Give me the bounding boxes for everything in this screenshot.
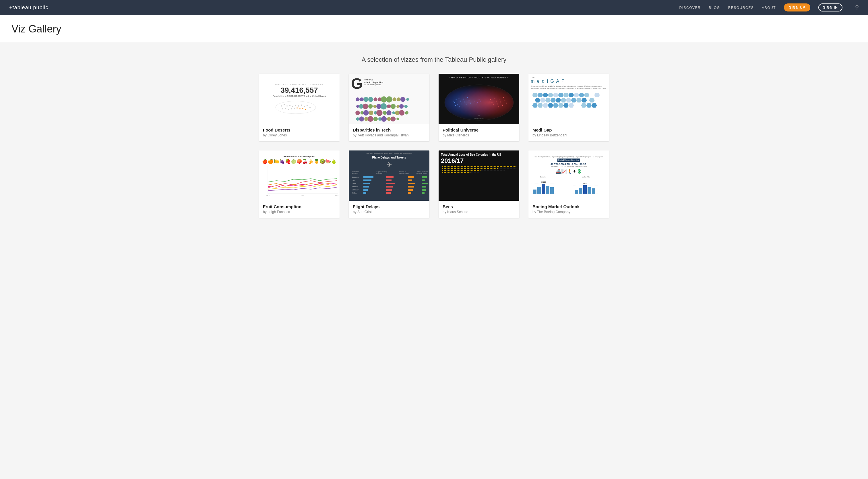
svg-rect-222 [487,166,488,167]
svg-rect-236 [507,166,508,167]
svg-rect-347 [454,172,455,173]
svg-rect-175 [386,186,393,187]
svg-rect-224 [490,166,491,167]
svg-marker-132 [532,103,538,108]
svg-marker-141 [586,103,592,108]
svg-rect-288 [507,168,508,169]
viz-thumb-medigap: the m e d i G A P Once you turn 65 you q… [528,74,609,124]
svg-point-19 [302,108,303,109]
fruit-title: American Fruit Consumption [283,155,315,158]
svg-rect-201 [457,166,458,167]
svg-point-88 [491,102,492,103]
logo[interactable]: +tableau public [9,5,679,11]
viz-card-medigap[interactable]: the m e d i G A P Once you turn 65 you q… [528,74,609,141]
svg-rect-229 [497,166,498,167]
svg-point-86 [459,107,460,108]
svg-text:American: American [352,186,358,187]
signin-button[interactable]: SIGN IN [818,3,842,11]
svg-rect-368 [537,187,541,194]
svg-rect-318 [475,170,476,171]
viz-info-bees: Bees by Klaus Schulte [439,201,519,218]
svg-rect-280 [495,168,496,169]
svg-rect-331 [494,170,495,171]
svg-point-9 [304,106,305,107]
viz-card-bees[interactable]: Total Annual Loss of Bee Colonies in the… [439,150,519,218]
svg-rect-227 [494,166,495,167]
viz-info-medigap: Medi Gap by Lindsay Betzendahl [528,124,609,141]
svg-point-30 [397,97,401,101]
svg-point-44 [404,105,408,108]
svg-marker-134 [542,103,548,108]
svg-point-87 [490,99,491,100]
svg-point-37 [373,105,377,108]
svg-marker-111 [532,93,538,97]
viz-author-medigap: by Lindsay Betzendahl [532,133,605,137]
nav-about[interactable]: ABOUT [762,6,776,10]
svg-point-94 [500,102,501,102]
svg-point-106 [478,99,479,100]
svg-rect-172 [386,176,394,178]
svg-rect-265 [474,168,475,169]
viz-card-fruit[interactable]: American Fruit Consumption 🍎🍊🍋🍇🍓🍈🍑🍒🍌🍍🥝🍉🍐… [259,150,340,218]
svg-rect-212 [472,166,473,167]
viz-card-flight[interactable]: Overview Airport Delays Route Delays Tab… [349,150,429,218]
svg-point-14 [288,109,289,110]
political-chart: THE AMERICAN POLITICAL UNIVERSE [439,74,519,124]
svg-rect-301 [451,170,452,171]
svg-rect-346 [453,172,453,173]
svg-point-35 [363,104,368,109]
signup-button[interactable]: SIGN UP [784,3,810,11]
svg-point-101 [498,107,499,108]
viz-card-disparities[interactable]: G ender & ethnic disparities in Tech com… [349,74,429,141]
svg-point-10 [307,105,308,106]
svg-rect-350 [458,172,459,173]
svg-rect-220 [484,166,485,167]
viz-card-political[interactable]: THE AMERICAN POLITICAL UNIVERSE THE AMER… [439,74,519,141]
svg-rect-219 [483,166,484,167]
flight-subtitle: Plane Delays and Tweets [372,156,406,159]
svg-text:Market Value: Market Value [582,176,590,178]
search-icon[interactable]: ⚲ [855,5,859,10]
svg-rect-248 [450,168,451,169]
svg-point-85 [455,105,456,106]
food-deserts-desc: People live in FOOD DESERTS in the Unite… [273,95,326,97]
svg-rect-208 [467,166,468,167]
svg-rect-324 [484,170,485,171]
svg-rect-211 [471,166,472,167]
svg-rect-306 [458,170,459,171]
svg-rect-343 [448,172,449,173]
svg-point-75 [458,98,459,99]
viz-thumb-disparities: G ender & ethnic disparities in Tech com… [349,74,429,124]
svg-rect-295 [442,170,443,171]
nav-blog[interactable]: BLOG [709,6,720,10]
viz-author-food-deserts: by Corey Jones [263,133,336,137]
nav-discover[interactable]: DISCOVER [679,6,701,10]
svg-rect-332 [495,170,496,171]
viz-card-boeing[interactable]: Total Market|Global Fleet|Regional Jet |… [528,150,609,218]
svg-marker-127 [561,98,566,102]
viz-card-food-deserts[interactable]: FINDING OASES IN FOOD DESERTS 39,416,557… [259,74,340,141]
svg-rect-231 [500,166,501,167]
svg-rect-359 [471,172,472,173]
viz-author-bees: by Klaus Schulte [443,210,515,214]
svg-rect-377 [583,185,587,194]
nav-resources[interactable]: RESOURCES [728,6,754,10]
svg-rect-191 [442,166,443,167]
svg-point-48 [369,111,373,115]
svg-rect-225 [491,166,492,167]
svg-marker-112 [537,93,543,97]
viz-info-flight: Flight Delays by Sue Grist [349,201,429,218]
svg-rect-255 [460,168,460,169]
svg-rect-193 [445,166,446,167]
svg-point-72 [456,99,456,100]
svg-rect-197 [451,166,452,167]
svg-rect-317 [474,170,475,171]
svg-rect-251 [454,168,455,169]
svg-point-31 [400,97,406,102]
svg-rect-178 [408,176,414,178]
food-deserts-number: 39,416,557 [273,86,326,95]
svg-rect-303 [454,170,455,171]
medigap-map [531,90,600,113]
svg-rect-221 [485,166,486,167]
svg-rect-183 [408,192,411,194]
